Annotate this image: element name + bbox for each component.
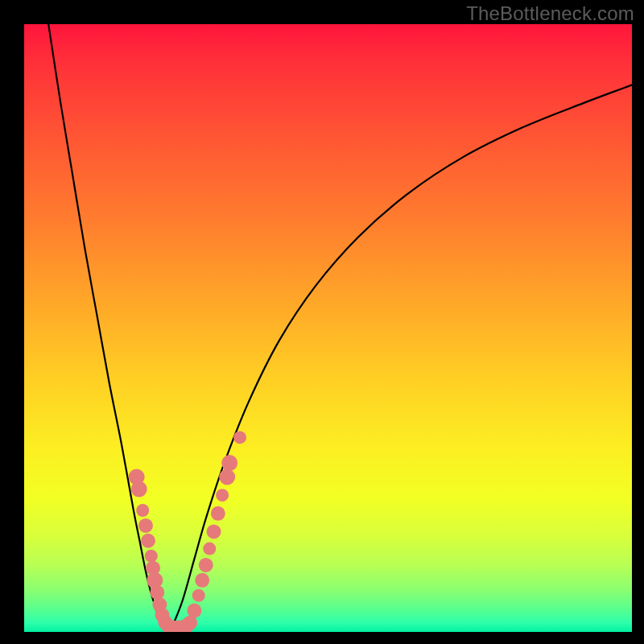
marker-dot	[221, 455, 237, 471]
v-curve	[48, 24, 632, 632]
plot-area	[24, 24, 632, 632]
chart-svg	[24, 24, 632, 632]
marker-dot	[216, 489, 229, 502]
marker-dot	[150, 585, 164, 600]
marker-dot	[136, 504, 149, 517]
marker-dot	[219, 469, 235, 485]
marker-dot	[131, 481, 147, 497]
marker-dot	[195, 573, 209, 588]
outer-black-frame: TheBottleneck.com	[0, 0, 644, 644]
marker-dot	[187, 604, 201, 618]
marker-dot	[141, 534, 155, 548]
marker-dot	[207, 524, 221, 539]
curve-right-branch	[170, 85, 632, 633]
marker-dot	[145, 550, 158, 563]
marker-dot	[211, 506, 225, 521]
marker-dots	[129, 431, 246, 632]
marker-dot	[203, 543, 216, 555]
marker-dot	[233, 431, 246, 444]
watermark-text: TheBottleneck.com	[466, 2, 634, 25]
marker-dot	[192, 589, 205, 602]
marker-dot	[138, 518, 153, 533]
marker-dot	[199, 558, 213, 572]
